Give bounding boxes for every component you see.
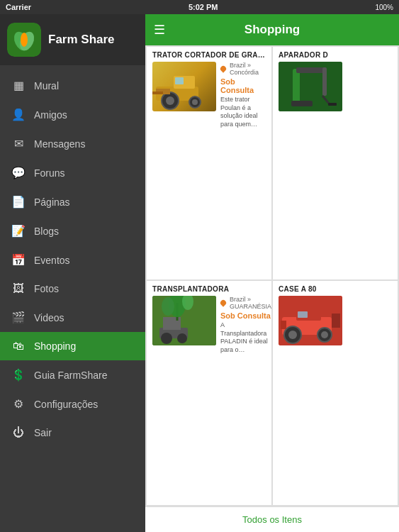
svg-rect-36 bbox=[298, 311, 308, 318]
sidebar-label-sair: Sair bbox=[34, 427, 52, 438]
product-image-trator bbox=[152, 62, 216, 274]
main-content: ☰ Shopping TRATOR CORTADOR DE GRAMA HU..… bbox=[145, 14, 399, 532]
product-title-trator: TRATOR CORTADOR DE GRAMA HU... bbox=[147, 47, 271, 62]
svg-rect-38 bbox=[281, 321, 286, 329]
sidebar-nav: ▦Mural👤Amigos✉Mensagens💬Foruns📄Páginas📝B… bbox=[0, 65, 145, 453]
sidebar-item-paginas[interactable]: 📄Páginas bbox=[0, 187, 145, 216]
sidebar-item-fotos[interactable]: 🖼Fotos bbox=[0, 275, 145, 303]
product-image-aparador bbox=[279, 62, 342, 274]
eventos-icon: 📅 bbox=[11, 253, 26, 267]
sidebar-item-mensagens[interactable]: ✉Mensagens bbox=[0, 129, 145, 158]
product-location-transplantadora: Brazil » GUARANÉSIA bbox=[220, 296, 271, 310]
blogs-icon: 📝 bbox=[11, 224, 26, 238]
sidebar-item-amigos[interactable]: 👤Amigos bbox=[0, 100, 145, 129]
sidebar-label-mural: Mural bbox=[34, 80, 59, 92]
sidebar-item-foruns[interactable]: 💬Foruns bbox=[0, 158, 145, 187]
paginas-icon: 📄 bbox=[11, 195, 26, 209]
product-price-transplantadora: Sob Consulta bbox=[220, 311, 271, 320]
product-body-transplantadora: Brazil » GUARANÉSIASob ConsultaA Transpl… bbox=[147, 296, 271, 505]
product-card-aparador[interactable]: Aparador d bbox=[273, 47, 398, 279]
sair-icon: ⏻ bbox=[11, 426, 26, 439]
sidebar-label-guia: Guia FarmShare bbox=[34, 370, 107, 381]
product-location-trator: Brazil » Concórdia bbox=[220, 62, 266, 76]
sidebar-item-guia[interactable]: 💲Guia FarmShare bbox=[0, 360, 145, 389]
product-body-aparador bbox=[273, 62, 398, 279]
product-image-case bbox=[279, 296, 342, 499]
product-title-case: CASE A 80 bbox=[273, 281, 398, 296]
product-body-case bbox=[273, 296, 398, 505]
sidebar: Farm Share ▦Mural👤Amigos✉Mensagens💬Forun… bbox=[0, 14, 145, 532]
sidebar-label-eventos: Eventos bbox=[34, 255, 70, 266]
shopping-grid: TRATOR CORTADOR DE GRAMA HU... Brazil » … bbox=[145, 45, 399, 506]
sidebar-item-mural[interactable]: ▦Mural bbox=[0, 71, 145, 100]
svg-point-6 bbox=[166, 96, 174, 105]
carrier-label: Carrier bbox=[6, 3, 31, 11]
product-description-transplantadora: A Transplantadora PALADIN é ideal para o… bbox=[220, 321, 271, 355]
sidebar-item-sair[interactable]: ⏻Sair bbox=[0, 419, 145, 447]
sidebar-item-eventos[interactable]: 📅Eventos bbox=[0, 245, 145, 275]
product-card-transplantadora[interactable]: TRANSPLANTADORA Brazil » GUARANÉSIASob C… bbox=[147, 281, 271, 505]
svg-rect-37 bbox=[332, 314, 340, 328]
sidebar-label-mensagens: Mensagens bbox=[34, 138, 85, 150]
product-description-trator: Este trator Poulan é a solução ideal par… bbox=[220, 96, 266, 129]
sidebar-app-name: Farm Share bbox=[48, 33, 115, 47]
product-price-trator: Sob Consulta bbox=[220, 77, 266, 94]
product-card-trator[interactable]: TRATOR CORTADOR DE GRAMA HU... Brazil » … bbox=[147, 47, 271, 279]
product-image-transplantadora bbox=[152, 296, 216, 499]
foruns-icon: 💬 bbox=[11, 166, 26, 179]
svg-rect-17 bbox=[322, 67, 327, 96]
product-info-transplantadora: Brazil » GUARANÉSIASob ConsultaA Transpl… bbox=[220, 296, 271, 499]
product-title-aparador: Aparador d bbox=[273, 47, 398, 62]
guia-icon: 💲 bbox=[11, 368, 26, 382]
sidebar-label-paginas: Páginas bbox=[34, 196, 70, 208]
pin-icon bbox=[219, 299, 227, 306]
sidebar-label-amigos: Amigos bbox=[34, 109, 67, 121]
product-card-case[interactable]: CASE A 80 bbox=[273, 281, 398, 505]
shopping-footer[interactable]: Todos os Itens bbox=[145, 506, 399, 532]
svg-point-3 bbox=[21, 33, 28, 47]
svg-rect-15 bbox=[291, 101, 313, 106]
app-logo bbox=[7, 23, 41, 57]
svg-rect-16 bbox=[296, 67, 325, 73]
battery-label: 100% bbox=[375, 4, 393, 11]
sidebar-item-blogs[interactable]: 📝Blogs bbox=[0, 216, 145, 245]
sidebar-item-configuracoes[interactable]: ⚙Configurações bbox=[0, 389, 145, 419]
amigos-icon: 👤 bbox=[11, 108, 26, 121]
shopping-icon: 🛍 bbox=[11, 340, 26, 353]
sidebar-header: Farm Share bbox=[0, 14, 145, 65]
sidebar-label-blogs: Blogs bbox=[34, 226, 59, 237]
footer-label[interactable]: Todos os Itens bbox=[242, 514, 302, 525]
mensagens-icon: ✉ bbox=[11, 137, 26, 150]
videos-icon: 🎬 bbox=[11, 311, 26, 324]
product-info-trator: Brazil » ConcórdiaSob ConsultaEste trato… bbox=[220, 62, 266, 274]
svg-point-22 bbox=[161, 333, 172, 344]
product-body-trator: Brazil » ConcórdiaSob ConsultaEste trato… bbox=[147, 62, 271, 279]
app-body: Farm Share ▦Mural👤Amigos✉Mensagens💬Forun… bbox=[0, 14, 399, 532]
time-label: 5:02 PM bbox=[189, 3, 218, 11]
svg-point-32 bbox=[288, 331, 297, 339]
fotos-icon: 🖼 bbox=[11, 282, 26, 295]
svg-point-8 bbox=[192, 99, 198, 105]
svg-rect-14 bbox=[293, 69, 300, 104]
page-title: Shopping bbox=[245, 23, 300, 37]
svg-rect-19 bbox=[328, 103, 337, 106]
svg-point-34 bbox=[321, 331, 328, 338]
sidebar-label-shopping: Shopping bbox=[34, 340, 76, 352]
svg-point-23 bbox=[177, 333, 187, 343]
top-bar: ☰ Shopping bbox=[145, 14, 399, 45]
svg-rect-12 bbox=[152, 92, 163, 94]
mural-icon: ▦ bbox=[11, 79, 26, 92]
status-bar: Carrier 5:02 PM 100% bbox=[0, 0, 399, 14]
sidebar-label-configuracoes: Configurações bbox=[34, 399, 98, 410]
product-title-transplantadora: TRANSPLANTADORA bbox=[147, 281, 271, 296]
sidebar-label-foruns: Foruns bbox=[34, 167, 65, 179]
sidebar-item-shopping[interactable]: 🛍Shopping bbox=[0, 332, 145, 360]
sidebar-label-videos: Videos bbox=[34, 312, 64, 323]
configuracoes-icon: ⚙ bbox=[11, 397, 26, 411]
sidebar-label-fotos: Fotos bbox=[34, 283, 59, 294]
sidebar-item-videos[interactable]: 🎬Videos bbox=[0, 303, 145, 332]
svg-rect-10 bbox=[175, 77, 184, 84]
pin-icon bbox=[219, 65, 227, 72]
svg-point-28 bbox=[162, 297, 174, 316]
menu-icon[interactable]: ☰ bbox=[154, 22, 165, 38]
